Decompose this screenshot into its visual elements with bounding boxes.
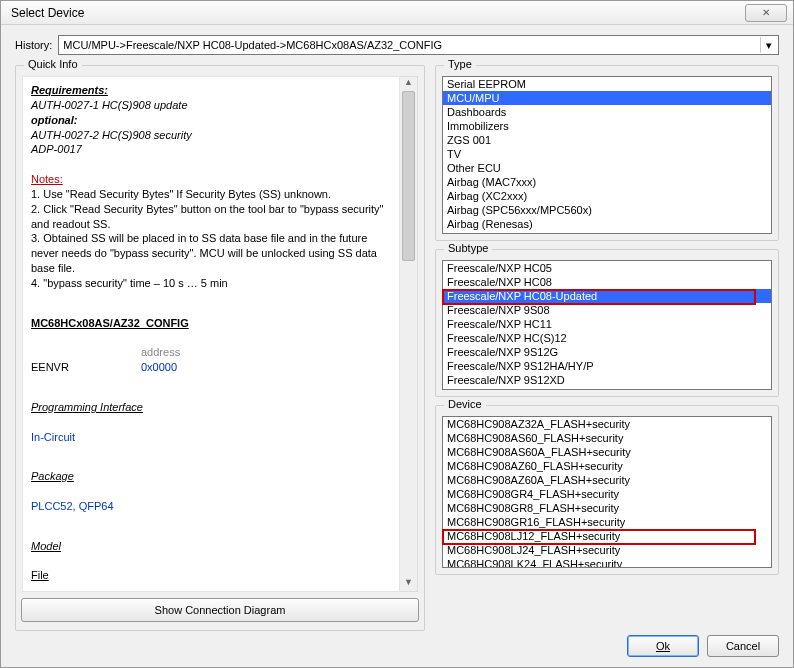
list-item[interactable]: MC68HC908GR16_FLASH+security: [443, 515, 771, 529]
cancel-button[interactable]: Cancel: [707, 635, 779, 657]
notes-heading: Notes:: [31, 172, 391, 187]
subtype-listbox[interactable]: Freescale/NXP HC05Freescale/NXP HC08Free…: [442, 260, 772, 390]
req-line2: AUTH-0027-2 HC(S)908 security: [31, 128, 391, 143]
history-dropdown[interactable]: MCU/MPU->Freescale/NXP HC08-Updated->MC6…: [58, 35, 779, 55]
note-1: 1. Use "Read Security Bytes" If Security…: [31, 187, 391, 202]
type-label: Type: [444, 58, 476, 70]
list-item[interactable]: ZGS 001: [443, 133, 771, 147]
device-listbox[interactable]: MC68HC908AZ32A_FLASH+securityMC68HC908AS…: [442, 416, 772, 568]
chip-heading: MC68HCx08AS/AZ32_CONFIG: [31, 316, 189, 331]
show-connection-diagram-button[interactable]: Show Connection Diagram: [21, 598, 419, 622]
list-item[interactable]: MC68HC908AS60_FLASH+security: [443, 431, 771, 445]
subtype-label: Subtype: [444, 242, 492, 254]
list-item[interactable]: MC68HC908AZ60_FLASH+security: [443, 459, 771, 473]
titlebar: Select Device ✕: [1, 1, 793, 25]
history-value: MCU/MPU->Freescale/NXP HC08-Updated->MC6…: [63, 39, 442, 51]
list-item[interactable]: MC68HC908LK24_FLASH+security: [443, 557, 771, 568]
list-item[interactable]: Freescale/NXP HC05: [443, 261, 771, 275]
list-item[interactable]: Airbag (XC2xxx): [443, 189, 771, 203]
list-item[interactable]: Airbag (SPC56xxx/MPC560x): [443, 203, 771, 217]
list-item[interactable]: Freescale/NXP 9S12G: [443, 345, 771, 359]
quickinfo-label: Quick Info: [24, 58, 82, 70]
list-item[interactable]: MC68HC908AS60A_FLASH+security: [443, 445, 771, 459]
req-line1: AUTH-0027-1 HC(S)908 update: [31, 98, 391, 113]
list-item[interactable]: Freescale/NXP 9S12HA/HY/P: [443, 359, 771, 373]
list-item[interactable]: MCU/MPU: [443, 91, 771, 105]
quickinfo-text: Requirements: AUTH-0027-1 HC(S)908 updat…: [22, 76, 400, 592]
note-2: 2. Click "Read Security Bytes" button on…: [31, 202, 391, 232]
list-item[interactable]: MC68HC908LJ24_FLASH+security: [443, 543, 771, 557]
window-title: Select Device: [11, 6, 84, 20]
list-item[interactable]: MC68HC908LJ12_FLASH+security: [443, 529, 771, 543]
list-item[interactable]: MC68HC908GR8_FLASH+security: [443, 501, 771, 515]
scroll-up-icon[interactable]: ▲: [400, 77, 417, 91]
requirements-heading: Requirements:: [31, 83, 391, 98]
chevron-down-icon: ▾: [760, 37, 776, 53]
device-group: Device MC68HC908AZ32A_FLASH+securityMC68…: [435, 405, 779, 575]
req-line3: ADP-0017: [31, 142, 391, 157]
list-item[interactable]: Freescale/NXP 9S08: [443, 303, 771, 317]
note-4: 4. "bypass security" time – 10 s … 5 min: [31, 276, 391, 291]
eenvr-label: EENVR: [31, 360, 101, 375]
select-device-dialog: Select Device ✕ History: MCU/MPU->Freesc…: [0, 0, 794, 668]
device-label: Device: [444, 398, 486, 410]
list-item[interactable]: MC68HC908AZ32A_FLASH+security: [443, 417, 771, 431]
note-3: 3. Obtained SS will be placed in to SS d…: [31, 231, 391, 276]
list-item[interactable]: Immobilizers: [443, 119, 771, 133]
ok-button[interactable]: Ok: [627, 635, 699, 657]
list-item[interactable]: Airbag (Renesas): [443, 217, 771, 231]
history-row: History: MCU/MPU->Freescale/NXP HC08-Upd…: [15, 35, 779, 55]
list-item[interactable]: MC68HC908AZ60A_FLASH+security: [443, 473, 771, 487]
model-heading: Model: [31, 539, 61, 554]
list-item[interactable]: Freescale/NXP 9S12XD: [443, 373, 771, 387]
package-value: PLCC52, QFP64: [31, 499, 391, 514]
list-item[interactable]: Freescale/NXP HC08-Updated: [443, 289, 771, 303]
prog-if-value: In-Circuit: [31, 430, 391, 445]
type-listbox[interactable]: Serial EEPROMMCU/MPUDashboardsImmobilize…: [442, 76, 772, 234]
address-col-label: address: [141, 345, 180, 360]
prog-if-heading: Programming Interface: [31, 400, 143, 415]
package-heading: Package: [31, 469, 74, 484]
type-group: Type Serial EEPROMMCU/MPUDashboardsImmob…: [435, 65, 779, 241]
list-item[interactable]: TV: [443, 147, 771, 161]
history-label: History:: [15, 39, 52, 51]
close-icon[interactable]: ✕: [745, 4, 787, 22]
quickinfo-group: Quick Info Requirements: AUTH-0027-1 HC(…: [15, 65, 425, 631]
list-item[interactable]: Freescale/NXP HC08: [443, 275, 771, 289]
list-item[interactable]: Other ECU: [443, 161, 771, 175]
dialog-footer: Ok Cancel: [627, 635, 779, 657]
subtype-group: Subtype Freescale/NXP HC05Freescale/NXP …: [435, 249, 779, 397]
file-heading: File: [31, 568, 391, 583]
list-item[interactable]: Airbag (MAC7xxx): [443, 175, 771, 189]
list-item[interactable]: Serial EEPROM: [443, 77, 771, 91]
eenvr-address: 0x0000: [141, 360, 177, 375]
list-item[interactable]: Freescale/NXP HC11: [443, 317, 771, 331]
list-item[interactable]: MC68HC908GR4_FLASH+security: [443, 487, 771, 501]
list-item[interactable]: Freescale/NXP 9S12XE: [443, 387, 771, 390]
quickinfo-scrollbar[interactable]: ▲ ▼: [400, 76, 418, 592]
scroll-thumb[interactable]: [402, 91, 415, 261]
list-item[interactable]: Freescale/NXP HC(S)12: [443, 331, 771, 345]
list-item[interactable]: Dashboards: [443, 105, 771, 119]
scroll-down-icon[interactable]: ▼: [400, 577, 417, 591]
optional-label: optional:: [31, 113, 391, 128]
